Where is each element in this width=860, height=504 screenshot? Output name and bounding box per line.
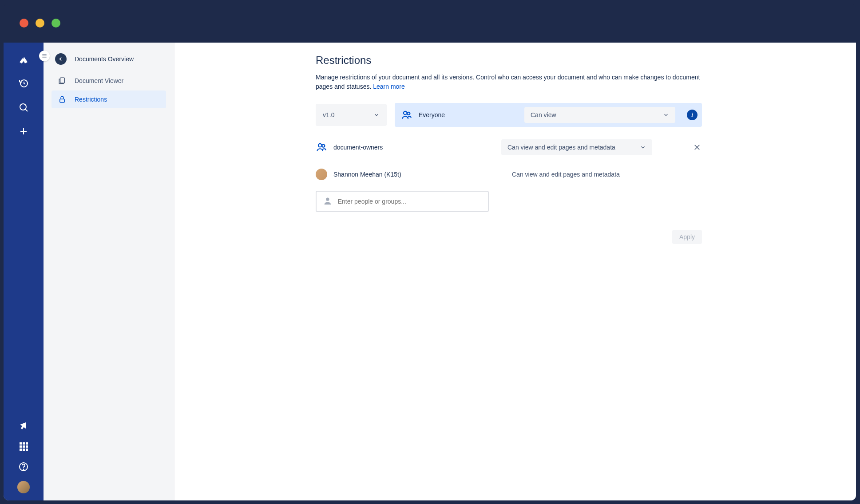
learn-more-link[interactable]: Learn more [373, 83, 405, 90]
chevron-down-icon [640, 144, 646, 150]
svg-point-4 [20, 104, 26, 110]
page-description: Manage restrictions of your document and… [316, 73, 702, 91]
everyone-permission-select[interactable]: Can view [524, 107, 675, 123]
lock-icon [58, 95, 67, 104]
svg-rect-12 [23, 445, 25, 448]
svg-point-27 [326, 198, 329, 201]
window-maximize-button[interactable] [52, 19, 60, 28]
titlebar [4, 4, 856, 43]
sidebar-item-document-viewer[interactable]: Document Viewer [52, 72, 166, 90]
app-logo-icon[interactable] [17, 53, 30, 66]
chevron-down-icon [373, 112, 380, 118]
svg-rect-8 [20, 442, 22, 445]
help-icon[interactable] [17, 461, 30, 473]
remove-owners-button[interactable] [692, 142, 702, 152]
page-title: Restrictions [316, 54, 702, 67]
user-name: Shannon Meehan (K15t) [333, 171, 401, 178]
people-input-field[interactable] [338, 198, 482, 205]
user-avatar [316, 169, 327, 180]
user-permission: Can view and edit pages and metadata [512, 171, 702, 178]
info-icon[interactable]: i [687, 110, 698, 120]
notifications-icon[interactable] [17, 420, 30, 432]
sidebar: Documents Overview Document Viewer Restr… [44, 43, 174, 500]
window-minimize-button[interactable] [36, 19, 44, 28]
version-selected: v1.0 [323, 111, 334, 118]
svg-line-5 [25, 109, 28, 111]
svg-point-22 [407, 112, 410, 115]
sidebar-toggle-button[interactable] [39, 51, 50, 61]
everyone-strip: Everyone Can view i [395, 103, 702, 127]
document-viewer-icon [58, 76, 67, 85]
person-icon [323, 196, 333, 207]
sidebar-item-label: Document Viewer [75, 77, 123, 84]
app-body: Documents Overview Document Viewer Restr… [4, 43, 856, 500]
svg-rect-20 [60, 99, 65, 102]
svg-rect-14 [20, 449, 22, 451]
svg-point-24 [322, 145, 325, 147]
back-button[interactable] [55, 53, 67, 65]
everyone-label: Everyone [419, 111, 445, 118]
recent-icon[interactable] [17, 77, 30, 90]
svg-rect-19 [60, 78, 65, 83]
svg-rect-16 [26, 449, 28, 451]
svg-rect-15 [23, 449, 25, 451]
profile-avatar[interactable] [17, 481, 30, 493]
sidebar-header: Documents Overview [52, 51, 166, 72]
search-icon[interactable] [17, 101, 30, 114]
group-icon [401, 109, 412, 121]
sidebar-item-restrictions[interactable]: Restrictions [52, 91, 166, 108]
permission-selected: Can view [531, 111, 556, 118]
create-icon[interactable] [17, 125, 30, 138]
svg-point-23 [318, 144, 322, 147]
people-picker[interactable] [316, 191, 489, 212]
group-owners-label: document-owners [333, 144, 383, 151]
sidebar-item-label: Restrictions [75, 96, 107, 103]
svg-rect-11 [20, 445, 22, 448]
version-select[interactable]: v1.0 [316, 104, 387, 126]
svg-rect-10 [26, 442, 28, 445]
svg-point-21 [404, 111, 407, 115]
user-row: Shannon Meehan (K15t) Can view and edit … [316, 169, 702, 180]
svg-point-18 [23, 469, 24, 469]
app-switcher-icon[interactable] [17, 440, 30, 453]
window-close-button[interactable] [20, 19, 28, 28]
app-window: Documents Overview Document Viewer Restr… [4, 4, 856, 500]
permission-selected: Can view and edit pages and metadata [507, 144, 615, 151]
restrictions-header-row: v1.0 Everyone Can view i [316, 103, 702, 127]
owners-permission-select[interactable]: Can view and edit pages and metadata [501, 139, 652, 155]
svg-rect-9 [23, 442, 25, 445]
global-nav [4, 43, 44, 500]
svg-rect-13 [26, 445, 28, 448]
main-content: Restrictions Manage restrictions of your… [174, 43, 856, 500]
chevron-down-icon [663, 112, 669, 118]
group-icon [316, 142, 327, 153]
document-owners-row: document-owners Can view and edit pages … [316, 139, 702, 155]
sidebar-title: Documents Overview [75, 55, 134, 63]
apply-button[interactable]: Apply [672, 230, 702, 244]
